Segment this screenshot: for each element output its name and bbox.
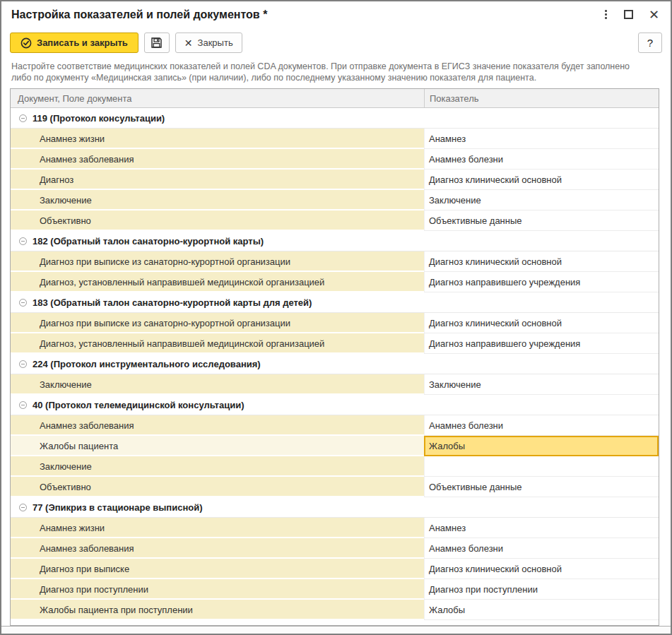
- save-button[interactable]: [144, 32, 170, 53]
- indicator-cell[interactable]: Диагноз клинический основной: [424, 313, 659, 333]
- table-row[interactable]: ОбъективноОбъективные данные: [11, 477, 659, 497]
- group-row[interactable]: 40 (Протокол телемедицинской консультаци…: [11, 395, 659, 415]
- indicator-cell[interactable]: Диагноз клинический основной: [424, 170, 659, 190]
- indicator-cell[interactable]: Анамнез болезни: [424, 538, 659, 559]
- window-controls: ✕: [603, 8, 659, 20]
- document-field-cell[interactable]: Диагноз при выписке: [11, 559, 424, 579]
- menu-dots-icon[interactable]: [603, 8, 608, 20]
- table-row[interactable]: ЗаключениеЗаключение: [11, 190, 659, 210]
- group-label: 77 (Эпикриз в стационаре выписной): [33, 502, 203, 513]
- document-field-cell[interactable]: Заключение: [11, 374, 424, 395]
- document-field-cell[interactable]: Анамнез заболевания: [11, 538, 424, 559]
- titlebar: Настройка показателей и полей документов…: [1, 1, 671, 28]
- table-row[interactable]: ОбъективноОбъективные данные: [11, 210, 659, 231]
- table-row[interactable]: Диагноз при выпискеДиагноз клинический о…: [11, 559, 659, 579]
- document-field-cell[interactable]: Анамнез жизни: [11, 518, 424, 538]
- document-field-cell[interactable]: Жалобы пациента: [11, 436, 424, 456]
- table-row[interactable]: Диагноз при поступленииДиагноз при посту…: [11, 579, 659, 600]
- table-row[interactable]: Диагноз, установленный направившей медиц…: [11, 333, 659, 354]
- column-header-document-field[interactable]: Документ, Поле документа: [11, 89, 424, 107]
- page-title: Настройка показателей и полей документов…: [11, 8, 662, 22]
- description-line-1: Настройте соответствие медицинских показ…: [11, 61, 661, 72]
- indicator-cell-active[interactable]: Жалобы: [424, 436, 659, 456]
- table-row[interactable]: Анамнез заболеванияАнамнез болезни: [11, 149, 659, 170]
- indicator-cell[interactable]: [424, 456, 659, 477]
- table-header: Документ, Поле документа Показатель: [11, 89, 659, 108]
- indicator-cell[interactable]: Анамнез: [424, 129, 659, 149]
- document-field-cell[interactable]: Диагноз при выписке из санаторно-курортн…: [11, 313, 424, 333]
- document-field-cell[interactable]: Объективно: [11, 210, 424, 231]
- table-row[interactable]: Диагноз, установленный направившей медиц…: [11, 272, 659, 292]
- collapse-minus-icon[interactable]: [19, 114, 27, 122]
- indicator-cell[interactable]: Объективные данные: [424, 477, 659, 497]
- description-text: Настройте соответствие медицинских показ…: [11, 61, 661, 83]
- group-row[interactable]: 224 (Протокол инструментального исследов…: [11, 354, 659, 374]
- indicator-cell[interactable]: Диагноз клинический основной: [424, 559, 659, 579]
- document-field-cell[interactable]: Диагноз при поступлении: [11, 579, 424, 600]
- indicator-cell[interactable]: Заключение: [424, 190, 659, 210]
- save-and-close-label: Записать и закрыть: [37, 37, 128, 48]
- table-row[interactable]: ЗаключениеЗаключение: [11, 374, 659, 395]
- floppy-disk-icon: [151, 37, 163, 49]
- close-button[interactable]: ✕ Закрыть: [175, 32, 242, 53]
- group-label: 183 (Обратный талон санаторно-курортной …: [33, 297, 312, 308]
- table-row[interactable]: Диагноз при выписке из санаторно-курортн…: [11, 313, 659, 333]
- collapse-minus-icon[interactable]: [19, 237, 27, 245]
- document-field-cell[interactable]: Анамнез жизни: [11, 129, 424, 149]
- group-row[interactable]: 77 (Эпикриз в стационаре выписной): [11, 497, 659, 518]
- toolbar: Записать и закрыть ✕ Закрыть ?: [10, 32, 662, 53]
- group-label: 40 (Протокол телемедицинской консультаци…: [33, 400, 244, 410]
- maximize-icon[interactable]: [624, 10, 633, 19]
- document-field-cell[interactable]: Диагноз: [11, 170, 424, 190]
- indicator-cell[interactable]: Анамнез болезни: [424, 149, 659, 170]
- close-button-label: Закрыть: [198, 37, 233, 48]
- check-circle-icon: [20, 37, 32, 49]
- table-row[interactable]: Жалобы пациента при поступленииЖалобы: [11, 600, 659, 620]
- collapse-minus-icon[interactable]: [19, 504, 27, 511]
- indicator-cell[interactable]: Жалобы: [424, 600, 659, 620]
- indicator-cell[interactable]: Анамнез: [424, 518, 659, 538]
- help-button[interactable]: ?: [638, 32, 662, 53]
- table-body: 119 (Протокол консультации)Анамнез жизни…: [11, 108, 659, 620]
- table-row[interactable]: Анамнез жизниАнамнез: [11, 129, 659, 149]
- table-row-selected[interactable]: Жалобы пациентаЖалобы: [11, 436, 659, 456]
- description-line-2: либо по документу «Медицинская запись» (…: [11, 72, 661, 83]
- table-row[interactable]: Анамнез заболеванияАнамнез болезни: [11, 415, 659, 436]
- document-field-cell[interactable]: Заключение: [11, 456, 424, 477]
- table-row[interactable]: Анамнез жизниАнамнез: [11, 518, 659, 538]
- indicator-cell[interactable]: Диагноз направившего учреждения: [424, 272, 659, 292]
- close-icon[interactable]: ✕: [649, 10, 659, 20]
- table-row[interactable]: Диагноз при выписке из санаторно-курортн…: [11, 251, 659, 272]
- indicator-cell[interactable]: Объективные данные: [424, 210, 659, 231]
- indicator-cell[interactable]: Анамнез болезни: [424, 415, 659, 436]
- window-bottom-strip: [1, 626, 671, 634]
- indicator-cell[interactable]: Диагноз направившего учреждения: [424, 333, 659, 354]
- document-field-cell[interactable]: Анамнез заболевания: [11, 415, 424, 436]
- group-row[interactable]: 119 (Протокол консультации): [11, 108, 659, 129]
- collapse-minus-icon[interactable]: [19, 299, 27, 307]
- column-header-indicator[interactable]: Показатель: [424, 89, 659, 107]
- settings-window: Настройка показателей и полей документов…: [0, 0, 672, 635]
- document-field-cell[interactable]: Диагноз при выписке из санаторно-курортн…: [11, 251, 424, 272]
- save-and-close-button[interactable]: Записать и закрыть: [10, 32, 138, 53]
- document-field-cell[interactable]: Анамнез заболевания: [11, 149, 424, 170]
- indicator-cell[interactable]: Диагноз при поступлении: [424, 579, 659, 600]
- collapse-minus-icon[interactable]: [19, 401, 27, 409]
- document-field-cell[interactable]: Объективно: [11, 477, 424, 497]
- mapping-table: Документ, Поле документа Показатель 119 …: [10, 88, 659, 626]
- indicator-cell[interactable]: Диагноз клинический основной: [424, 251, 659, 272]
- document-field-cell[interactable]: Диагноз, установленный направившей медиц…: [11, 272, 424, 292]
- table-row[interactable]: Анамнез заболеванияАнамнез болезни: [11, 538, 659, 559]
- document-field-cell[interactable]: Диагноз, установленный направившей медиц…: [11, 333, 424, 354]
- document-field-cell[interactable]: Заключение: [11, 190, 424, 210]
- group-row[interactable]: 183 (Обратный талон санаторно-курортной …: [11, 292, 659, 313]
- indicator-cell[interactable]: Заключение: [424, 374, 659, 395]
- group-row[interactable]: 182 (Обратный талон санаторно-курортной …: [11, 231, 659, 251]
- x-icon: ✕: [184, 38, 193, 48]
- group-label: 224 (Протокол инструментального исследов…: [33, 359, 261, 369]
- group-label: 119 (Протокол консультации): [33, 113, 165, 124]
- document-field-cell[interactable]: Жалобы пациента при поступлении: [11, 600, 424, 620]
- table-row[interactable]: Заключение: [11, 456, 659, 477]
- collapse-minus-icon[interactable]: [19, 360, 27, 368]
- table-row[interactable]: ДиагнозДиагноз клинический основной: [11, 170, 659, 190]
